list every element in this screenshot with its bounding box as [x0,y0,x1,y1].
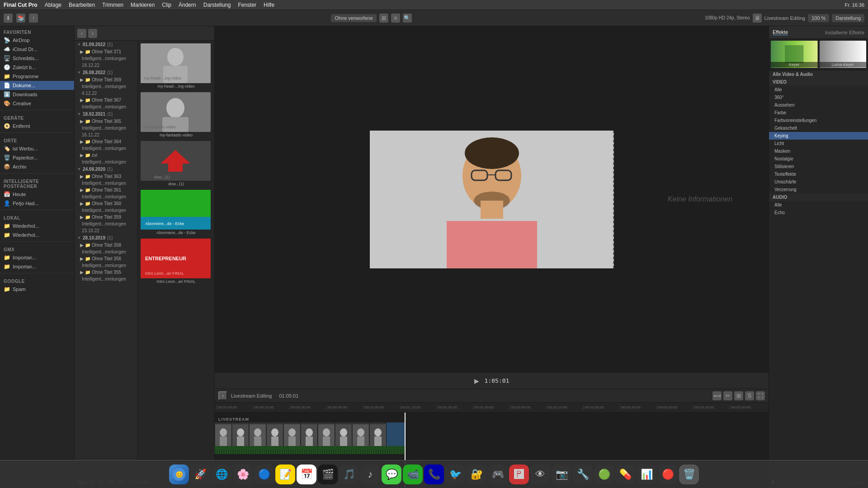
dock-launchpad[interactable]: 🚀 [190,465,210,484]
search-icon[interactable]: 🔍 [403,14,412,23]
menu-trimmen[interactable]: Trimmen [102,2,123,8]
menu-bearbeiten[interactable]: Bearbeiten [69,2,95,8]
skimmer-toggle[interactable]: S [745,391,754,400]
effects-item-masken[interactable]: Masken [769,147,868,155]
title-364[interactable]: ▶ 📁 Ohne Titel 364 [75,138,137,145]
menu-fenster[interactable]: Fenster [238,2,256,8]
video-clip[interactable] [215,422,405,450]
dock-safari[interactable]: 🌐 [212,465,231,484]
sidebar-item-local-2[interactable]: 📁 Wiederhol... [0,230,74,239]
date-group-3[interactable]: ▼ 18.02.2021 (1) [75,110,137,118]
sidebar-item-gmx2[interactable]: 📁 Importan... [0,262,74,271]
zoom-dropdown[interactable]: 100 % [808,14,829,22]
dock-app4[interactable]: 🅿 [509,465,529,484]
dock-music[interactable]: 🎵 [339,465,359,484]
sidebar-item-spam[interactable]: 📁 Spam [0,285,74,294]
title-355[interactable]: ▶ 📁 Ohne Titel 355 [75,269,137,276]
sidebar-item-local-1[interactable]: 📁 Wiederhol... [0,221,74,230]
magnetic-tool[interactable]: ⟺ [712,391,722,400]
sub-2a[interactable]: Intelligent...mmlungen [75,83,137,90]
thumb-3[interactable]: dow...(1) dow...(1) [141,141,212,186]
dock-trash[interactable]: 🗑️ [679,465,699,484]
sub-item-1b[interactable]: 18.12.22 [75,62,137,69]
app-menu[interactable]: Final Cut Pro [4,2,38,8]
layout-dropdown[interactable]: Darstellung [832,14,864,22]
list-view-icon[interactable]: ≡ [391,14,400,23]
thumb-4[interactable]: Abonniere...de - Ecke Abonniere...de - E… [141,190,212,235]
effects-item-all[interactable]: Alle [769,86,868,94]
thumb-5[interactable]: ENTREPRENEUR Intro Leon...ari FINAL Intr… [141,239,212,284]
dock-app9[interactable]: 📊 [637,465,656,484]
sidebar-item-icloud[interactable]: ☁️ iCloud Dr... [0,45,74,54]
dock-skype[interactable]: 📞 [424,465,444,484]
sub-4d[interactable]: Intelligent...mmlungen [75,221,137,227]
effects-item-gekaschelt[interactable]: Gekaschelt [769,124,868,132]
sidebar-item-papierkorb[interactable]: 🗑️ Papierkor... [0,153,74,162]
sub-5b[interactable]: Intelligent...mmlungen [75,262,137,269]
sidebar-item-airdrop[interactable]: 📡 AirDrop [0,36,74,45]
dock-app3[interactable]: 🎮 [488,465,508,484]
sub-3a[interactable]: Intelligent...mmlungen [75,125,137,131]
dock-app5[interactable]: 📷 [552,465,571,484]
title-zvi[interactable]: ▶ 📁 zvi [75,152,137,159]
sidebar-item-desktop[interactable]: 🖥️ Schreibtis... [0,54,74,63]
sub-3b[interactable]: 16.11.22 [75,131,137,138]
dock-finder[interactable]: 😊 [169,465,189,484]
menu-ablage[interactable]: Ablage [45,2,61,8]
sub-5a[interactable]: Intelligent...mmlungen [75,249,137,255]
sub-2c[interactable]: Intelligent...mmlungen [75,103,137,110]
thumb-2[interactable]: my-fantastic-video my-fantastic-video [141,92,212,137]
play-pause-button[interactable]: ▶ [474,377,479,385]
sub-5c[interactable]: Intelligent...mmlungen [75,276,137,282]
title-367[interactable]: ▶ 📁 Ohne Titel 367 [75,97,137,103]
filter-dropdown[interactable]: Ohne verworfene [331,14,376,22]
title-365[interactable]: ▶ 📁 Ohne Titel 365 [75,118,137,125]
sub-4b[interactable]: Intelligent...mmlungen [75,193,137,200]
effects-item-nostalgie[interactable]: Nostalgie [769,155,868,163]
import-button[interactable]: ⬇ [4,14,13,23]
effects-item-licht[interactable]: Licht [769,140,868,147]
effects-item-echo[interactable]: Echo [769,209,868,216]
dock-messages[interactable]: 💬 [382,465,401,484]
menu-markieren[interactable]: Markieren [131,2,155,8]
title-359[interactable]: ▶ 📁 Ohne Titel 359 [75,214,137,221]
sidebar-item-heute[interactable]: 📅 Heute [0,190,74,199]
sidebar-item-gmx1[interactable]: 📁 Importan... [0,253,74,262]
sidebar-item-downloads[interactable]: ⬇️ Downloads [0,90,74,99]
menu-hilfe[interactable]: Hilfe [264,2,274,8]
tab-effects[interactable]: Effekte [773,29,788,35]
sidebar-item-documents[interactable]: 📄 Dokume... [0,81,74,90]
dock-app8[interactable]: 💊 [615,465,635,484]
effects-item-verzerrung[interactable]: Verzerrung [769,186,868,193]
dock-notes[interactable]: 📝 [275,465,295,484]
menu-clip[interactable]: Clip [162,2,171,8]
sub-4c[interactable]: Intelligent...mmlungen [75,207,137,214]
date-group-1[interactable]: ▼ 01.09.2022 (1) [75,41,137,48]
date-group-5[interactable]: ▼ 28.10.2019 (1) [75,234,137,242]
sidebar-item-apps[interactable]: 📁 Programme [0,72,74,81]
effects-item-farbvor[interactable]: Farbvoreinstellungen [769,117,868,124]
title-358[interactable]: ▶ 📁 Ohne Titel 358 [75,242,137,249]
library-button[interactable]: 📚 [16,14,25,23]
title-360[interactable]: ▶ 📁 Ohne Titel 360 [75,200,137,207]
sidebar-item-creative[interactable]: 🎨 Creative [0,99,74,108]
sub-4a[interactable]: Intelligent...mmlungen [75,180,137,187]
date-group-2[interactable]: ▼ 26.08.2022 (1) [75,69,137,76]
dock-chrome[interactable]: 🔵 [254,465,274,484]
dock-itunes[interactable]: ♪ [360,465,380,484]
sub-3d[interactable]: Intelligent...mmlungen [75,159,137,165]
effects-item-stilisieren[interactable]: Stilisieren [769,163,868,170]
effects-item-keying[interactable]: Keying [769,132,868,140]
effects-item-audio-all[interactable]: Alle [769,201,868,209]
sidebar-item-werbung[interactable]: 🏷️ ist Werbu... [0,144,74,153]
title-363[interactable]: ▶ 📁 Ohne Titel 363 [75,173,137,180]
grid-view-icon[interactable]: ⊞ [379,14,388,23]
dock-app6[interactable]: 🔧 [573,465,593,484]
sidebar-item-remote[interactable]: 📀 Entfernt [0,122,74,131]
title-361[interactable]: ▶ 📁 Ohne Titel 361 [75,187,137,193]
dock-app7[interactable]: 🟢 [594,465,614,484]
title-356[interactable]: ▶ 📁 Ohne Titel 356 [75,255,137,262]
timeline-back-button[interactable]: ‹ [218,391,227,400]
blade-tool[interactable]: ✂ [723,391,732,400]
tab-installed-effects[interactable]: Installierte Effekte [825,30,864,35]
